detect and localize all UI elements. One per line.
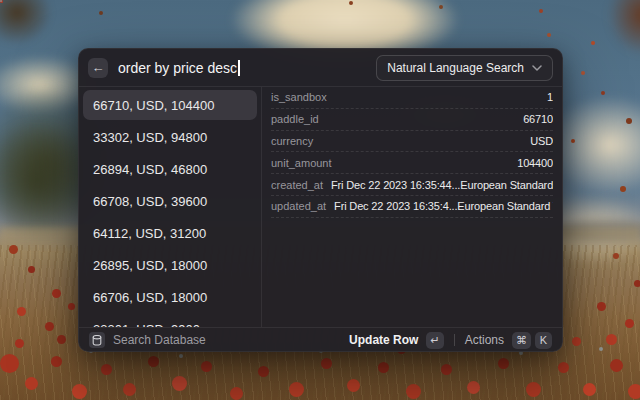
enter-key-badge: ↵: [426, 332, 443, 349]
back-button[interactable]: ←: [88, 58, 108, 78]
shortcut-key-badge: ⌘: [512, 332, 531, 349]
action-bar: Search Database Update Row ↵ Actions ⌘K: [79, 327, 562, 352]
list-item-label: 33302, USD, 94800: [93, 130, 207, 145]
detail-row: unit_amount 104400: [271, 152, 553, 174]
list-item[interactable]: 26895, USD, 18000: [83, 250, 257, 280]
database-icon: [89, 332, 105, 348]
list-item[interactable]: 66710, USD, 104400: [83, 90, 257, 120]
extension-name: Search Database: [113, 333, 206, 347]
detail-key: paddle_id: [271, 113, 319, 125]
list-item[interactable]: 64112, USD, 31200: [83, 218, 257, 248]
launcher-window: ← order by price desc Natural Language S…: [78, 48, 563, 352]
wildflowers: [0, 0, 2, 2]
list-item[interactable]: 33302, USD, 94800: [83, 122, 257, 152]
search-mode-dropdown[interactable]: Natural Language Search: [376, 55, 553, 81]
list-item[interactable]: 33301, USD, 9900: [83, 314, 257, 327]
screen: ← order by price desc Natural Language S…: [0, 0, 640, 400]
detail-value: Fri Dec 22 2023 16:35:4...European Stand…: [334, 200, 553, 212]
tree-foliage: [608, 0, 640, 55]
list-item-label: 33301, USD, 9900: [93, 322, 200, 328]
list-item-label: 26895, USD, 18000: [93, 258, 207, 273]
content-area: 66710, USD, 104400 33302, USD, 94800 268…: [79, 87, 562, 327]
list-item-label: 64112, USD, 31200: [93, 226, 206, 241]
detail-value: Fri Dec 22 2023 16:35:44...European Stan…: [331, 179, 553, 191]
detail-key: is_sandbox: [271, 91, 327, 103]
search-input[interactable]: order by price desc: [118, 60, 366, 76]
back-arrow-icon: ←: [92, 61, 105, 74]
list-item[interactable]: 26894, USD, 46800: [83, 154, 257, 184]
detail-value: 66710: [523, 113, 553, 125]
detail-key: unit_amount: [271, 157, 332, 169]
list-item[interactable]: 66706, USD, 18000: [83, 282, 257, 312]
detail-row: is_sandbox 1: [271, 87, 553, 109]
list-item-label: 66708, USD, 39600: [93, 194, 207, 209]
tree-branch: [0, 0, 52, 45]
list-item-label: 66706, USD, 18000: [93, 290, 207, 305]
update-row-button[interactable]: Update Row: [349, 333, 418, 347]
chevron-down-icon: [532, 65, 542, 71]
detail-row: created_at Fri Dec 22 2023 16:35:44...Eu…: [271, 174, 553, 196]
detail-key: created_at: [271, 179, 323, 191]
details-pane: is_sandbox 1 paddle_id 66710 currency US…: [262, 87, 562, 327]
detail-value: 104400: [517, 157, 553, 169]
detail-key: currency: [271, 135, 313, 147]
detail-key: updated_at: [271, 200, 326, 212]
detail-row: paddle_id 66710: [271, 109, 553, 131]
detail-value: 1: [547, 91, 553, 103]
shortcut-key-badge: K: [535, 332, 552, 349]
list-item[interactable]: 66708, USD, 39600: [83, 186, 257, 216]
detail-row: updated_at Fri Dec 22 2023 16:35:4...Eur…: [271, 196, 553, 218]
actions-shortcut: ⌘K: [512, 332, 552, 349]
text-caret: [238, 60, 240, 76]
list-item-label: 66710, USD, 104400: [93, 98, 214, 113]
detail-row: currency USD: [271, 131, 553, 153]
detail-value: USD: [530, 135, 553, 147]
result-list: 66710, USD, 104400 33302, USD, 94800 268…: [79, 87, 262, 327]
search-header: ← order by price desc Natural Language S…: [79, 49, 562, 87]
database-glyph: [92, 335, 102, 346]
list-item-label: 26894, USD, 46800: [93, 162, 207, 177]
actions-button[interactable]: Actions: [465, 333, 504, 347]
divider: [454, 334, 455, 346]
search-input-value: order by price desc: [118, 60, 237, 76]
search-mode-label: Natural Language Search: [387, 61, 524, 75]
